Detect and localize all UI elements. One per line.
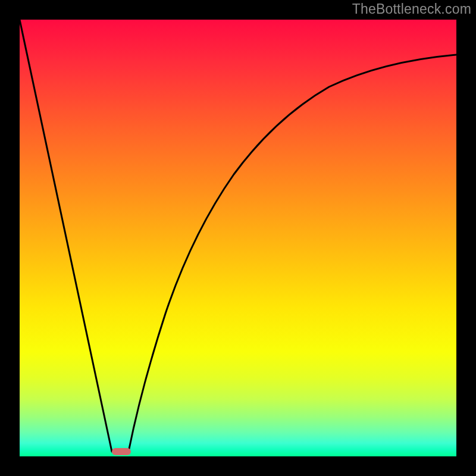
plot-area — [20, 20, 456, 456]
watermark-text: TheBottleneck.com — [352, 1, 471, 17]
curve-svg — [20, 20, 456, 456]
min-marker — [112, 448, 131, 455]
chart-frame: TheBottleneck.com — [0, 0, 476, 476]
curve-path — [20, 20, 456, 452]
